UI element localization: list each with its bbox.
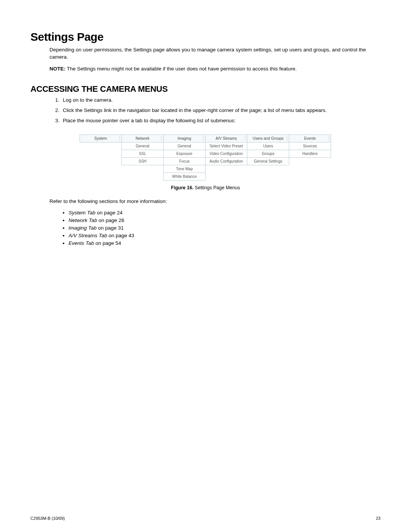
menu-sub-item: Focus: [163, 157, 206, 165]
page-title: Settings Page: [30, 30, 381, 43]
menu-sub-item: Select Video Preset: [205, 142, 247, 150]
menu-empty-cell: [80, 150, 122, 158]
menu-empty-cell: [247, 173, 289, 181]
menu-sub-item: SSH: [121, 157, 164, 165]
menu-empty-cell: [121, 165, 164, 173]
menu-sub-item: Video Configuration: [205, 150, 247, 158]
reference-item: Events Tab on page 54: [68, 240, 381, 246]
menu-empty-cell: [289, 165, 331, 173]
step-item: Click the Settings link in the navigatio…: [61, 107, 381, 113]
menu-figure: SystemNetworkImagingA/V StreamsUsers and…: [30, 135, 381, 181]
menu-sub-item: Groups: [247, 150, 289, 158]
reference-item: System Tab on page 24: [68, 210, 381, 216]
menu-tab-header: Network: [121, 134, 164, 142]
menu-empty-cell: [205, 173, 247, 181]
reference-item: Imaging Tab on page 31: [68, 225, 381, 231]
menu-sub-item: Audio Configuration: [205, 157, 247, 165]
reference-title: Imaging Tab: [68, 225, 97, 231]
reference-suffix: on page 24: [96, 210, 123, 216]
menu-sub-item: Exposure: [163, 150, 206, 158]
menu-tab-header: Events: [289, 134, 331, 142]
reference-suffix: on page 43: [107, 233, 134, 238]
reference-title: Events Tab: [68, 240, 94, 246]
figure-caption-text: Settings Page Menus: [193, 185, 240, 190]
menu-tab-header: System: [80, 134, 122, 142]
step-item: Place the mouse pointer over a tab to di…: [61, 118, 381, 123]
reference-item: Network Tab on page 26: [68, 217, 381, 223]
refer-text: Refer to the following sections for more…: [49, 198, 381, 205]
reference-suffix: on page 26: [97, 217, 124, 223]
menu-sub-item: Sources: [289, 142, 331, 150]
menu-sub-item: Users: [247, 142, 289, 150]
page-footer: C2953M-B (10/09) 23: [30, 516, 381, 521]
menu-empty-cell: [289, 157, 331, 165]
menu-tab-header: Imaging: [163, 134, 206, 142]
menu-sub-item: Tone Map: [163, 165, 206, 173]
menu-empty-cell: [205, 165, 247, 173]
menu-sub-item: SSL: [121, 150, 164, 158]
footer-doc-id: C2953M-B (10/09): [30, 516, 65, 521]
menu-empty-cell: [80, 173, 122, 181]
note-paragraph: NOTE: The Settings menu might not be ava…: [49, 66, 381, 73]
menu-sub-item: General: [121, 142, 164, 150]
steps-list: Log on to the camera. Click the Settings…: [30, 97, 381, 123]
figure-caption: Figure 16. Settings Page Menus: [30, 185, 381, 190]
menu-empty-cell: [121, 173, 164, 181]
menu-empty-cell: [80, 142, 122, 150]
menu-empty-cell: [247, 165, 289, 173]
figure-label: Figure 16.: [171, 185, 193, 190]
section-heading: ACCESSING THE CAMERA MENUS: [30, 84, 381, 94]
menu-sub-item: General: [163, 142, 206, 150]
reference-title: System Tab: [68, 210, 96, 216]
note-text: The Settings menu might not be available…: [65, 66, 297, 72]
menu-empty-cell: [80, 157, 122, 165]
menu-sub-item: General Settings: [247, 157, 289, 165]
menu-sub-item: Handlers: [289, 150, 331, 158]
menu-empty-cell: [289, 173, 331, 181]
reference-title: A/V Streams Tab: [68, 233, 107, 238]
reference-suffix: on page 54: [94, 240, 121, 246]
reference-item: A/V Streams Tab on page 43: [68, 233, 381, 238]
references-list: System Tab on page 24Network Tab on page…: [30, 210, 381, 246]
reference-title: Network Tab: [68, 217, 97, 223]
menu-empty-cell: [80, 165, 122, 173]
menu-tab-header: Users and Groups: [247, 134, 289, 142]
intro-paragraph: Depending on user permissions, the Setti…: [49, 46, 381, 61]
menu-tab-header: A/V Streams: [205, 134, 247, 142]
note-label: NOTE:: [49, 66, 65, 72]
reference-suffix: on page 31: [97, 225, 124, 231]
step-item: Log on to the camera.: [61, 97, 381, 103]
footer-page-number: 23: [376, 516, 381, 521]
menu-sub-item: White Balance: [163, 173, 206, 181]
